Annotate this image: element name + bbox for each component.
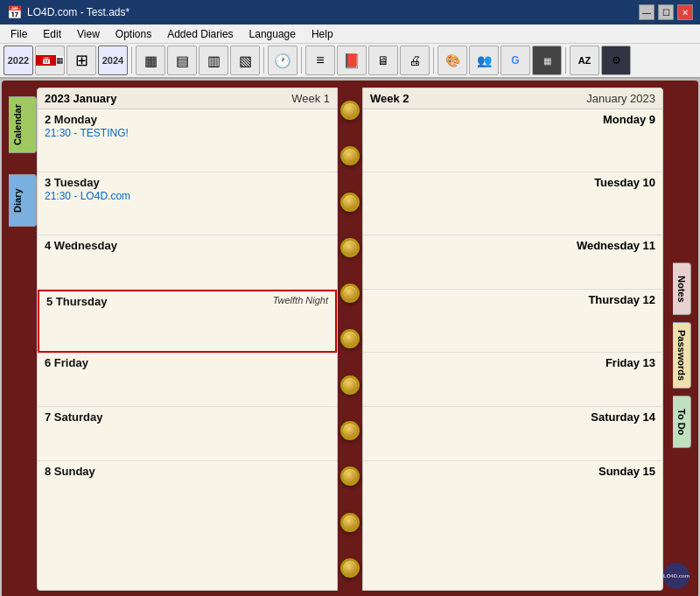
ring-1 xyxy=(340,101,360,120)
ring-2 xyxy=(340,146,360,165)
toolbar-separator-4 xyxy=(433,47,434,74)
right-day-monday[interactable]: Monday 9 xyxy=(363,109,662,172)
day-tuesday[interactable]: 3 Tuesday 21:30 - LO4D.com xyxy=(38,172,337,235)
toolbar-separator-1 xyxy=(131,47,132,74)
ring-6 xyxy=(340,329,360,348)
right-page: Week 2 January 2023 Monday 9 Tuesday 10 … xyxy=(362,88,663,591)
day-monday[interactable]: 2 Monday 21:30 - TESTING! xyxy=(38,109,337,172)
ring-11 xyxy=(340,558,360,578)
book-icon-button[interactable]: 📕 xyxy=(337,46,367,75)
day-wednesday[interactable]: 4 Wednesday xyxy=(38,235,337,290)
left-page-month: 2023 January xyxy=(45,92,116,105)
toolbar-separator-2 xyxy=(263,47,264,74)
settings-button[interactable]: ⚙ xyxy=(601,46,631,75)
diary-tab[interactable]: Diary xyxy=(9,174,37,227)
friday-label: 6 Friday xyxy=(45,356,330,369)
menu-file[interactable]: File xyxy=(4,26,34,42)
people-icon-button[interactable]: 👥 xyxy=(469,46,499,75)
diary-tab-label: Diary xyxy=(12,188,23,213)
window-title: LO4D.com - Test.ads* xyxy=(27,6,130,18)
toolbar-separator-5 xyxy=(565,47,566,74)
day-thursday[interactable]: 5 Thursday Twelfth Night xyxy=(38,290,337,353)
monday-label: 2 Monday xyxy=(45,113,330,126)
notes-icon-button[interactable]: 🖥 xyxy=(368,46,398,75)
menu-options[interactable]: Options xyxy=(108,26,158,42)
year-2024-button[interactable]: 2024 xyxy=(98,46,128,75)
maximize-button[interactable]: ☐ xyxy=(658,4,674,20)
planner-pages: 2023 January Week 1 2 Monday 21:30 - TES… xyxy=(37,88,663,591)
notes-tab-label: Notes xyxy=(676,276,687,303)
calendar-grid-button[interactable]: ⊞ xyxy=(66,46,96,75)
passwords-tab-label: Passwords xyxy=(676,330,687,381)
passwords-tab[interactable]: Passwords xyxy=(673,322,691,389)
saturday-label: 7 Saturday xyxy=(45,410,330,424)
thursday-holiday: Twelfth Night xyxy=(273,295,328,305)
ring-4 xyxy=(340,238,360,257)
right-sunday-label: Sunday 15 xyxy=(370,465,655,478)
ring-7 xyxy=(340,375,360,395)
ring-3 xyxy=(340,193,360,212)
toolbar: 2022 📅 ▦ ⊞ 2024 ▦ ▤ ▥ ▧ 🕐 ≡ 📕 🖥 🖨 🎨 👥 G … xyxy=(0,44,700,79)
az-button[interactable]: AZ xyxy=(570,46,599,75)
week-view-button[interactable]: ▦ xyxy=(136,46,165,75)
list-icon-button[interactable]: ≡ xyxy=(305,46,335,75)
ring-10 xyxy=(340,513,360,532)
window-controls: — ☐ ✕ xyxy=(639,4,693,20)
calendar-tab[interactable]: Calendar xyxy=(9,96,37,153)
right-day-sunday[interactable]: Sunday 15 xyxy=(363,461,662,515)
ring-5 xyxy=(340,284,360,303)
tuesday-label: 3 Tuesday xyxy=(45,176,330,189)
right-page-month: January 2023 xyxy=(586,92,655,105)
title-bar: 📅 LO4D.com - Test.ads* — ☐ ✕ xyxy=(0,0,700,25)
wednesday-label: 4 Wednesday xyxy=(45,239,330,252)
right-day-saturday[interactable]: Saturday 14 xyxy=(363,407,662,461)
menu-edit[interactable]: Edit xyxy=(36,26,68,42)
left-side-tabs: Calendar Diary xyxy=(9,88,37,591)
tuesday-event-1: 21:30 - LO4D.com xyxy=(45,190,330,202)
right-thursday-label: Thursday 12 xyxy=(370,293,655,306)
right-day-friday[interactable]: Friday 13 xyxy=(363,353,662,407)
sunday-label: 8 Sunday xyxy=(45,465,330,478)
left-page-week: Week 1 xyxy=(291,92,330,105)
minimize-button[interactable]: — xyxy=(639,4,654,20)
day-sunday[interactable]: 8 Sunday xyxy=(38,461,337,515)
close-button[interactable]: ✕ xyxy=(677,4,693,20)
left-page: 2023 January Week 1 2 Monday 21:30 - TES… xyxy=(37,88,338,591)
color-icon-button[interactable]: 🎨 xyxy=(438,46,467,75)
right-page-header: Week 2 January 2023 xyxy=(363,88,662,109)
monday-event-1: 21:30 - TESTING! xyxy=(45,127,330,139)
image-button[interactable]: ▦ xyxy=(532,46,562,75)
day-saturday[interactable]: 7 Saturday xyxy=(38,407,337,461)
rings-container xyxy=(338,88,362,591)
year-2022-button[interactable]: 2022 xyxy=(4,46,33,75)
notes-tab[interactable]: Notes xyxy=(673,263,691,315)
calendar-nav-button[interactable]: 📅 ▦ xyxy=(35,46,65,75)
alt-view-button[interactable]: ▧ xyxy=(230,46,260,75)
right-friday-label: Friday 13 xyxy=(370,356,655,369)
right-wednesday-label: Wednesday 11 xyxy=(370,239,655,252)
menu-help[interactable]: Help xyxy=(304,26,340,42)
right-day-thursday[interactable]: Thursday 12 xyxy=(363,290,662,353)
menu-view[interactable]: View xyxy=(70,26,107,42)
print-icon-button[interactable]: 🖨 xyxy=(400,46,430,75)
right-page-week: Week 2 xyxy=(370,92,410,105)
month-view-button[interactable]: ▤ xyxy=(167,46,197,75)
todo-tab-label: To Do xyxy=(676,409,687,435)
right-day-wednesday[interactable]: Wednesday 11 xyxy=(363,235,662,290)
ring-9 xyxy=(340,466,360,486)
day-friday[interactable]: 6 Friday xyxy=(38,353,337,407)
right-day-tuesday[interactable]: Tuesday 10 xyxy=(363,172,662,235)
menu-language[interactable]: Language xyxy=(242,26,303,42)
toolbar-separator-3 xyxy=(301,47,302,74)
right-monday-label: Monday 9 xyxy=(370,113,655,126)
left-page-header: 2023 January Week 1 xyxy=(38,88,337,109)
list-view-button[interactable]: ▥ xyxy=(199,46,228,75)
right-side-tabs: Notes Passwords To Do xyxy=(663,88,691,591)
google-button[interactable]: G xyxy=(500,46,530,75)
todo-tab[interactable]: To Do xyxy=(673,396,691,448)
menu-bar: File Edit View Options Added Diaries Lan… xyxy=(0,25,700,44)
clock-button[interactable]: 🕐 xyxy=(268,46,298,75)
ring-8 xyxy=(340,421,360,440)
right-saturday-label: Saturday 14 xyxy=(370,410,655,424)
menu-added-diaries[interactable]: Added Diaries xyxy=(160,26,240,42)
